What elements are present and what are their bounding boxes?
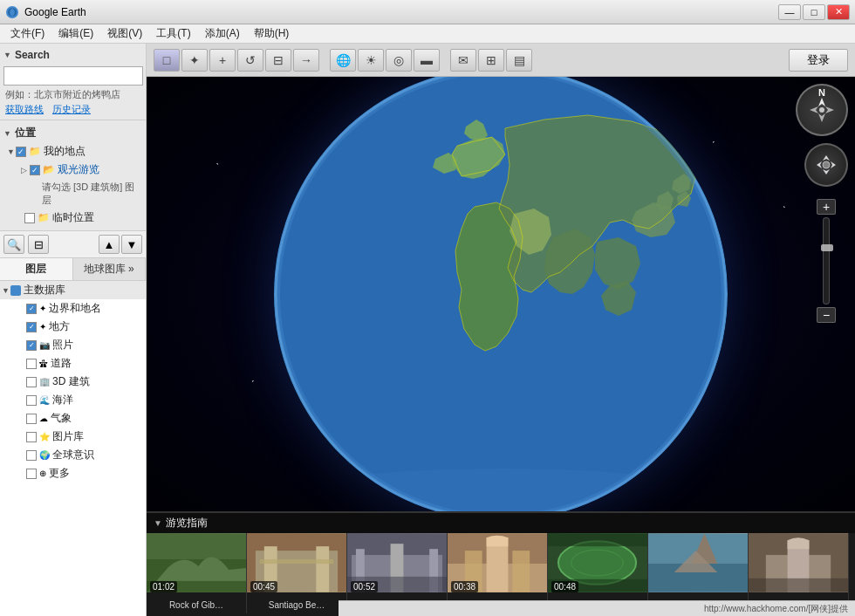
nav-up-button[interactable]: ▲ (99, 235, 120, 254)
history-link[interactable]: 历史记录 (52, 103, 91, 116)
svg-point-16 (823, 161, 830, 168)
layer-tabs: 图层 地球图库 » (0, 258, 146, 281)
myplaces-expand-icon: ▼ (7, 147, 16, 156)
toolbar-list-btn[interactable]: ▤ (506, 49, 532, 72)
app-icon (5, 5, 19, 19)
places-checkbox[interactable]: ✓ (26, 322, 37, 332)
layer-3d[interactable]: 🏢 3D 建筑 (0, 373, 146, 391)
minimize-button[interactable]: — (778, 4, 801, 20)
nav-buttons: ▲ ▼ (99, 235, 142, 254)
toolbar-grid-btn[interactable]: ⊞ (478, 49, 504, 72)
zoom-slider: + − (817, 199, 836, 323)
zoom-thumb[interactable] (821, 244, 833, 251)
layer-weather[interactable]: ☁ 气象 (0, 409, 146, 428)
search-header[interactable]: ▼ Search (3, 47, 142, 63)
search-hint: 例如：北京市附近的烤鸭店 (3, 88, 142, 101)
tab-earth-gallery[interactable]: 地球图库 » (73, 258, 147, 280)
menu-edit[interactable]: 编辑(E) (51, 24, 100, 43)
svg-marker-10 (825, 106, 834, 113)
roads-checkbox[interactable] (26, 359, 37, 369)
zoom-track[interactable] (823, 217, 830, 305)
search-section: ▼ Search 搜索 例如：北京市附近的烤鸭店 获取路线 历史记录 (0, 44, 146, 120)
layer-global[interactable]: 🌍 全球意识 (0, 446, 146, 464)
map-area: □ ✦ + ↺ ⊟ → 🌐 ☀ ◎ ▬ ✉ ⊞ ▤ 登录 (147, 44, 855, 616)
thumb-rock-of-gib[interactable]: 01:02 Rock of Gib… (147, 533, 247, 613)
search-tool-btn[interactable]: 🔍 (3, 235, 24, 254)
weather-label: 气象 (51, 411, 72, 426)
photos-checkbox[interactable]: ✓ (26, 340, 37, 351)
thumb-santiago[interactable]: 00:45 Santiago Be… (247, 533, 347, 613)
places-label: 地方 (49, 319, 70, 334)
position-expand-icon: ▼ (3, 129, 11, 138)
more-label: 更多 (49, 466, 70, 481)
toolbar-square-btn[interactable]: □ (154, 49, 180, 72)
temp-folder-icon: 📁 (38, 212, 50, 223)
tourism-note: 请勾选 [3D 建筑物] 图层 (3, 179, 142, 209)
menu-help[interactable]: 帮助(H) (247, 24, 297, 43)
tourism-item[interactable]: ▷ ✓ 📂 观光游览 (3, 161, 142, 179)
more-checkbox[interactable] (26, 469, 37, 479)
search-links: 获取路线 历史记录 (3, 103, 142, 116)
tab-layers[interactable]: 图层 (0, 258, 73, 280)
temp-location-item[interactable]: 📁 临时位置 (3, 209, 142, 227)
nav-down-button[interactable]: ▼ (121, 235, 142, 254)
maindb-expand-icon: ▼ (2, 286, 10, 295)
layer-places[interactable]: ✓ ✦ 地方 (0, 318, 146, 336)
thumb-duration-1: 00:45 (250, 581, 277, 592)
toolbar-sun-btn[interactable]: ☀ (358, 49, 384, 72)
menu-add[interactable]: 添加(A) (198, 24, 247, 43)
search-row: 搜索 (3, 66, 142, 86)
menu-tools[interactable]: 工具(T) (149, 24, 197, 43)
tourism-label: 观光游览 (58, 162, 99, 177)
compass[interactable]: N (796, 84, 848, 136)
thumb-img-5 (648, 533, 748, 592)
layer-ocean[interactable]: 🌊 海洋 (0, 391, 146, 409)
toolbar-mail-btn[interactable]: ✉ (450, 49, 476, 72)
ocean-checkbox[interactable] (26, 395, 37, 406)
toolbar-dash-btn[interactable]: ▬ (414, 49, 440, 72)
main-db-item[interactable]: ▼ 主数据库 (0, 281, 146, 299)
layer-gallery[interactable]: ⭐ 图片库 (0, 428, 146, 446)
menu-file[interactable]: 文件(F) (3, 24, 51, 43)
svg-rect-23 (316, 546, 329, 592)
weather-checkbox[interactable] (26, 414, 37, 424)
guide-header: ▼ 游览指南 (147, 513, 855, 533)
temp-checkbox[interactable] (24, 213, 35, 223)
svg-rect-46 (749, 578, 848, 592)
layer-roads[interactable]: 🛣 道路 (0, 354, 146, 373)
menu-view[interactable]: 视图(V) (100, 24, 149, 43)
globe-container[interactable]: N (147, 77, 855, 511)
toolbar-rotate-btn[interactable]: ↺ (237, 49, 263, 72)
myplaces-checkbox[interactable]: ✓ (16, 147, 26, 157)
zoom-out-button[interactable]: − (817, 307, 836, 323)
maximize-button[interactable]: □ (803, 4, 825, 20)
left-panel: ▼ Search 搜索 例如：北京市附近的烤鸭店 获取路线 历史记录 ▼ 位置 … (0, 44, 147, 616)
layer-photos[interactable]: ✓ 📷 照片 (0, 336, 146, 354)
layer-borders[interactable]: ✓ ✦ 边界和地名 (0, 299, 146, 318)
borders-checkbox[interactable]: ✓ (26, 304, 37, 314)
toolbar-globe-btn[interactable]: 🌐 (330, 49, 356, 72)
rotate-control[interactable] (804, 143, 848, 187)
gallery-checkbox[interactable] (26, 432, 37, 442)
login-button[interactable]: 登录 (789, 49, 848, 72)
globe (274, 77, 728, 511)
global-checkbox[interactable] (26, 450, 37, 461)
toolbar-target-btn[interactable]: ◎ (386, 49, 412, 72)
tourism-checkbox[interactable]: ✓ (30, 165, 40, 175)
search-input[interactable] (3, 66, 143, 86)
titlebar: Google Earth — □ ✕ (0, 0, 855, 24)
toolbar-plus-btn[interactable]: + (209, 49, 236, 72)
toolbar-star-btn[interactable]: ✦ (181, 49, 208, 72)
close-button[interactable]: ✕ (827, 4, 850, 20)
my-places-item[interactable]: ▼ ✓ 📁 我的地点 (3, 142, 142, 161)
layer-more[interactable]: ⊕ 更多 (0, 464, 146, 483)
3d-checkbox[interactable] (26, 377, 37, 387)
thumb-duration-3: 00:38 (451, 581, 478, 592)
get-route-link[interactable]: 获取路线 (5, 103, 44, 116)
zoom-in-button[interactable]: + (817, 199, 836, 215)
position-header[interactable]: ▼ 位置 (3, 124, 142, 142)
toolbar-minus-btn[interactable]: ⊟ (265, 49, 291, 72)
compass-arrows (806, 94, 838, 126)
toolbar-arrow-btn[interactable]: → (293, 49, 319, 72)
layers-tool-btn[interactable]: ⊟ (28, 235, 49, 254)
